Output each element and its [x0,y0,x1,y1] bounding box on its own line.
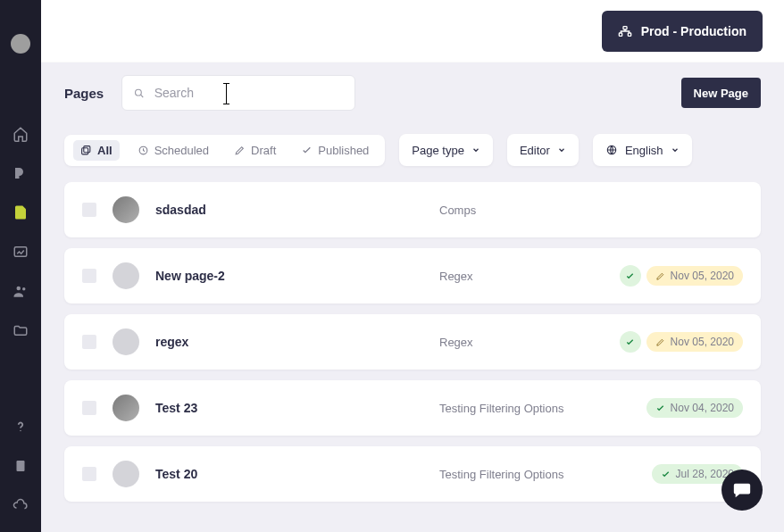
page-type-label: Page type [412,144,464,157]
row-category: Regex [439,336,604,349]
list-item[interactable]: Test 20 Testing Filtering Options Jul 28… [64,446,761,502]
row-date: Nov 05, 2020 [671,336,734,348]
check-icon [655,403,665,413]
environment-selector[interactable]: Prod - Production [602,11,763,52]
search-box[interactable] [121,75,355,111]
new-page-button[interactable]: New Page [681,78,761,108]
author-avatar [113,461,139,487]
svg-rect-0 [14,247,27,257]
pencil-icon [655,337,665,347]
check-icon [625,271,635,281]
cloud-icon[interactable] [12,496,29,514]
row-title: regex [155,335,423,349]
page-type-dropdown[interactable]: Page type [399,134,493,166]
filter-scheduled-label: Scheduled [154,144,209,157]
files-icon[interactable] [12,321,29,339]
pages-icon[interactable] [12,204,29,221]
svg-point-3 [20,430,21,432]
svg-point-2 [22,287,25,290]
filter-published-label: Published [318,144,369,157]
text-cursor-icon [226,84,227,104]
new-page-label: New Page [694,87,748,100]
row-title: New page-2 [155,269,423,283]
row-category: Comps [439,204,727,217]
globe-icon [605,144,618,156]
row-badges: Nov 04, 2020 [646,398,743,418]
draft-badge: Nov 05, 2020 [646,266,743,286]
author-avatar [113,328,139,355]
page-title: Pages [64,86,104,101]
svg-rect-4 [17,461,25,471]
check-icon [661,470,671,479]
language-label: English [625,144,663,157]
list-item[interactable]: sdasdad Comps [64,182,761,237]
row-checkbox[interactable] [82,467,96,481]
published-badge: Nov 04, 2020 [646,398,743,418]
filter-draft[interactable]: Draft [227,140,283,161]
header-row: Pages New Page [41,62,784,111]
row-date: Nov 05, 2020 [671,270,734,282]
svg-rect-7 [628,33,630,36]
search-icon [133,87,146,100]
row-checkbox[interactable] [82,269,96,283]
list-item[interactable]: Test 23 Testing Filtering Options Nov 04… [64,380,761,436]
editor-label: Editor [520,144,550,157]
topbar: Prod - Production [41,0,784,62]
main-area: Prod - Production Pages New Page All Sch… [41,0,784,532]
pencil-icon [655,271,665,281]
author-avatar [113,395,139,421]
published-badge [620,265,641,287]
row-category: Testing Filtering Options [439,468,636,481]
home-icon[interactable] [12,125,29,143]
media-icon[interactable] [12,243,29,261]
filter-all-label: All [97,144,113,157]
users-icon[interactable] [12,282,29,300]
svg-point-8 [136,89,142,96]
language-dropdown[interactable]: English [593,134,692,166]
author-avatar [113,196,139,223]
row-badges: Nov 05, 2020 [620,265,743,287]
svg-rect-9 [84,145,90,152]
check-icon [625,337,635,347]
row-date: Nov 04, 2020 [671,402,734,414]
help-icon[interactable] [12,418,29,436]
row-category: Testing Filtering Options [439,402,630,415]
svg-rect-5 [623,26,627,29]
filter-all[interactable]: All [73,140,120,161]
svg-point-1 [17,287,21,291]
environment-label: Prod - Production [641,24,746,38]
author-avatar [113,262,139,289]
chevron-down-icon [671,145,680,154]
filter-published[interactable]: Published [294,140,376,161]
filter-scheduled[interactable]: Scheduled [130,140,216,161]
chevron-down-icon [471,145,480,154]
sidebar [0,0,41,532]
search-input[interactable] [154,86,345,100]
editor-dropdown[interactable]: Editor [507,134,579,166]
svg-rect-10 [82,147,88,154]
row-category: Regex [439,270,604,283]
row-title: sdasdad [155,203,423,217]
row-title: Test 23 [155,401,423,415]
list-item[interactable]: New page-2 Regex Nov 05, 2020 [64,248,761,303]
stack-icon [80,145,92,156]
page-list: sdasdad Comps New page-2 Regex Nov 05, 2… [41,182,784,532]
blog-icon[interactable] [12,164,29,182]
clock-icon [138,145,149,156]
svg-rect-6 [619,33,621,36]
pencil-icon [234,145,246,156]
row-checkbox[interactable] [82,401,96,415]
user-avatar[interactable] [11,34,30,54]
filter-draft-label: Draft [251,144,276,157]
docs-icon[interactable] [12,457,29,475]
row-checkbox[interactable] [82,203,96,217]
sitemap-icon [618,25,632,37]
list-item[interactable]: regex Regex Nov 05, 2020 [64,314,761,370]
row-badges: Nov 05, 2020 [620,331,743,353]
filters-row: All Scheduled Draft Published Page type … [41,111,784,182]
row-checkbox[interactable] [82,335,96,349]
chevron-down-icon [557,145,566,154]
published-badge [620,331,641,353]
draft-badge: Nov 05, 2020 [646,332,743,352]
chat-button[interactable] [721,470,763,511]
